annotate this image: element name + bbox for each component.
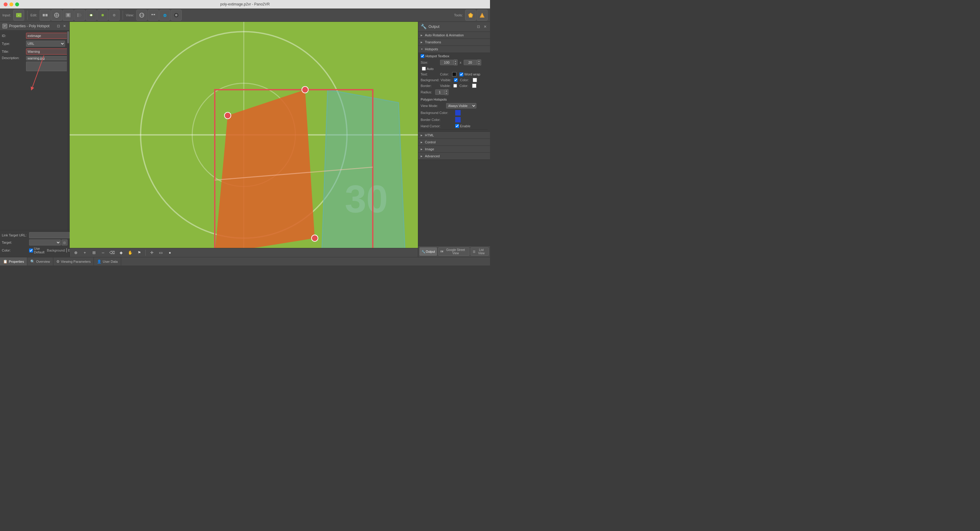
enable-check[interactable]: Enable [455, 124, 470, 128]
svg-marker-10 [78, 13, 83, 17]
pano-viewport[interactable]: 30 -30 30 [70, 22, 418, 248]
target-circle-btn[interactable]: ◎ [62, 239, 68, 246]
poly-bg-swatch[interactable] [455, 110, 461, 115]
canvas-tool-crosshair[interactable]: ✛ [148, 249, 155, 257]
input-section: + [13, 10, 24, 21]
viewing-parameters-tab[interactable]: ⚙ Viewing Parameters [53, 257, 94, 266]
canvas-area[interactable]: 30 -30 30 [70, 22, 418, 248]
description-textarea[interactable] [26, 62, 67, 71]
panel-float-button[interactable]: ⊡ [56, 24, 61, 29]
minimize-button[interactable] [10, 2, 13, 6]
description-input[interactable] [26, 56, 67, 60]
panel-close-button[interactable]: ✕ [62, 24, 67, 29]
add-input-button[interactable]: + [13, 10, 24, 21]
tools-label: Tools: [454, 13, 463, 17]
size-w-input[interactable] [440, 60, 453, 65]
size-h-input[interactable] [464, 60, 477, 65]
word-wrap-check[interactable]: Word wrap [460, 72, 480, 77]
close-button[interactable] [4, 2, 8, 6]
edit-btn-1[interactable] [40, 10, 51, 21]
view-btn-2[interactable] [148, 10, 159, 21]
output-tab-btn[interactable]: 🔧 Output [420, 247, 437, 256]
canvas-tool-flag[interactable]: ⚑ [136, 249, 143, 257]
canvas-tool-dot[interactable]: ● [166, 249, 173, 257]
size-h-down[interactable]: ▼ [477, 62, 481, 65]
size-h-up[interactable]: ▲ [477, 60, 481, 62]
use-default-check[interactable]: Use Default [29, 247, 45, 254]
text-color-swatch[interactable] [452, 72, 457, 77]
size-w-down[interactable]: ▼ [453, 62, 457, 65]
link-target-input[interactable] [29, 232, 74, 238]
id-input[interactable] [26, 33, 67, 39]
hotspots-section: ▼ Hotspots Hotspot Textbox Size: [418, 46, 490, 132]
view-btn-1[interactable] [136, 10, 147, 21]
radius-up[interactable]: ▲ [445, 89, 448, 92]
tools-btn-2[interactable]: ! [477, 10, 488, 21]
canvas-tool-fill[interactable]: ◆ [118, 249, 125, 257]
border-color-swatch[interactable] [472, 84, 476, 88]
control-header[interactable]: ▶ Control [418, 139, 490, 145]
image-arrow: ▶ [421, 148, 424, 151]
canvas-tool-add[interactable]: + [81, 249, 88, 257]
google-street-tab-btn[interactable]: 🗺 Google Street View [438, 247, 469, 256]
transitions-header[interactable]: ▶ Transitions [418, 39, 490, 45]
overview-tab[interactable]: 🔍 Overview [27, 257, 53, 266]
edit-section: ☰ ⚙ [40, 10, 119, 21]
auto-checkbox[interactable] [422, 67, 426, 71]
edit-btn-5[interactable] [86, 10, 97, 21]
size-h-spinner: ▲ ▼ [477, 59, 481, 65]
hotspots-content: Hotspot Textbox Size: ▲ ▼ x [418, 53, 490, 132]
bg-visible-checkbox[interactable] [454, 78, 458, 82]
edit-btn-2[interactable] [51, 10, 62, 21]
scroll-thumb-left[interactable] [67, 31, 69, 43]
hotspots-header[interactable]: ▼ Hotspots [418, 46, 490, 53]
output-float-btn[interactable]: ⊡ [476, 24, 481, 29]
list-view-tab-btn[interactable]: ☰ List View [471, 247, 489, 256]
canvas-tool-grid[interactable]: ⊞ [90, 249, 97, 257]
size-w-group: ▲ ▼ [440, 59, 458, 65]
auto-rotation-header[interactable]: ▶ Auto Rotation & Animation [418, 32, 490, 38]
title-input[interactable] [26, 48, 67, 54]
maximize-button[interactable] [15, 2, 19, 6]
size-w-up[interactable]: ▲ [453, 60, 457, 62]
html-header[interactable]: ▶ HTML [418, 132, 490, 139]
user-data-tab[interactable]: 👤 User Data [94, 257, 121, 266]
background-color-swatch[interactable] [66, 248, 67, 252]
word-wrap-checkbox[interactable] [460, 72, 463, 77]
advanced-section: ▶ Advanced [418, 153, 490, 160]
advanced-header[interactable]: ▶ Advanced [418, 153, 490, 159]
form-section: ID: Type: URL Title: [0, 30, 67, 230]
edit-btn-4[interactable] [74, 10, 85, 21]
enable-checkbox[interactable] [455, 124, 459, 128]
output-close-btn[interactable]: ✕ [483, 24, 488, 29]
canvas-tool-compass[interactable]: ⊕ [72, 249, 80, 257]
canvas-tool-rect[interactable]: ▭ [157, 249, 164, 257]
edit-btn-6[interactable] [97, 10, 108, 21]
bg-color-swatch[interactable] [473, 78, 477, 82]
transitions-label: Transitions [425, 40, 441, 44]
target-select[interactable] [29, 239, 61, 246]
canvas-tool-eraser[interactable]: ⌫ [108, 249, 116, 257]
view-btn-4[interactable] [171, 10, 182, 21]
image-header[interactable]: ▶ Image [418, 146, 490, 153]
border-visible-checkbox[interactable] [453, 84, 457, 88]
canvas-tool-move[interactable]: ↔ [99, 249, 107, 257]
window-title: poly-extimage.p2vr - Pano2VR [220, 2, 269, 6]
edit-btn-3[interactable]: ☰ [63, 10, 73, 21]
tools-btn-1[interactable] [465, 10, 476, 21]
poly-border-swatch[interactable] [455, 117, 461, 123]
hotspot-textbox-checkbox[interactable] [421, 54, 424, 58]
scroll-track-left[interactable] [67, 30, 69, 230]
auto-check[interactable]: Auto [422, 67, 434, 71]
view-btn-3[interactable]: 🌐 [159, 10, 170, 21]
view-mode-select[interactable]: Always Visible [446, 103, 476, 108]
radius-input[interactable] [435, 89, 444, 95]
radius-down[interactable]: ▼ [445, 92, 448, 95]
canvas-tool-hand[interactable]: ✋ [127, 249, 134, 257]
html-arrow: ▶ [421, 134, 424, 137]
edit-btn-7[interactable]: ⚙ [109, 10, 119, 21]
type-select[interactable]: URL [26, 41, 65, 47]
properties-tab[interactable]: 📋 Properties [0, 257, 27, 266]
window-controls [4, 2, 19, 6]
poly-bg-row: Background Color: [421, 110, 488, 115]
